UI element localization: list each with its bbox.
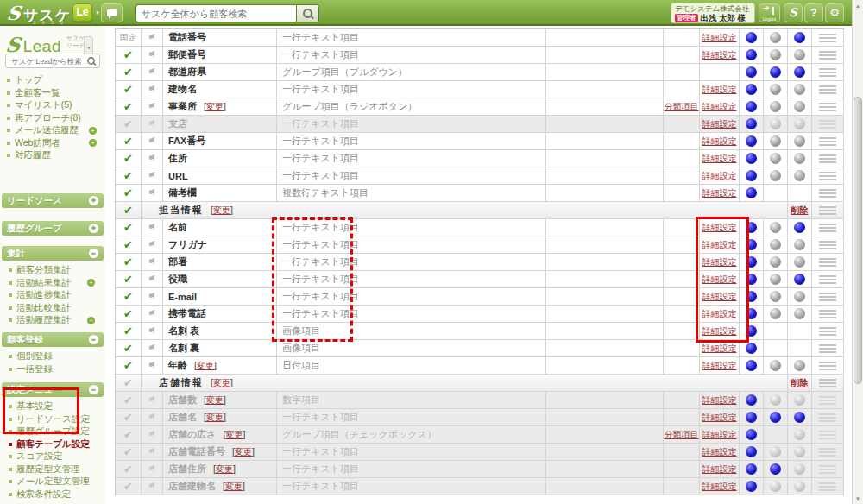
check-icon[interactable]: ✔ [123, 238, 133, 251]
sidebar-item[interactable]: 対応履歴 [0, 149, 105, 162]
detail-settings-link[interactable]: 詳細設定 [702, 463, 737, 476]
status-circle-gray[interactable] [770, 84, 781, 95]
drag-handle-icon[interactable] [819, 241, 836, 249]
detail-settings-link[interactable]: 詳細設定 [702, 343, 737, 355]
status-circle-blue[interactable] [746, 274, 757, 285]
section-toggle-icon[interactable]: + [89, 196, 98, 205]
status-circle-lgray[interactable] [794, 429, 805, 440]
status-circle-gray[interactable] [794, 101, 805, 112]
status-circle-gray[interactable] [770, 222, 781, 233]
sidebar-item[interactable]: 活動結果集計+ [2, 277, 104, 290]
status-circle-blue[interactable] [746, 135, 757, 147]
status-circle-gray[interactable] [770, 239, 781, 250]
status-circle-gray[interactable] [770, 32, 781, 43]
status-circle-lgray[interactable] [770, 481, 781, 492]
sidebar-item[interactable]: 顧客分類集計 [2, 264, 104, 277]
status-circle-gray[interactable] [770, 170, 781, 181]
sidebar-item[interactable]: 顧客テーブル設定 [2, 438, 104, 451]
edition-caret-icon[interactable]: ▼ [95, 10, 100, 16]
check-icon[interactable]: ✔ [123, 376, 133, 389]
delete-link[interactable]: 削除 [791, 377, 809, 389]
detail-settings-link[interactable]: 詳細設定 [702, 446, 737, 458]
sidebar-search-input[interactable] [9, 56, 86, 66]
drag-handle-icon[interactable] [819, 431, 836, 439]
sidebar-item[interactable]: リードソース設定 [2, 413, 104, 426]
sidebar-item[interactable]: 一括登録 [2, 363, 104, 376]
scroll-down-icon[interactable]: ▼ [853, 493, 863, 504]
status-circle-blue[interactable] [746, 481, 757, 492]
status-circle-blue[interactable] [746, 463, 757, 475]
check-icon[interactable]: ✔ [123, 169, 133, 182]
drag-handle-icon[interactable] [819, 103, 836, 111]
status-circle-blue[interactable] [746, 308, 757, 319]
status-circle-gray[interactable] [770, 256, 781, 268]
detail-settings-link[interactable]: 詳細設定 [702, 256, 737, 268]
status-circle-blue[interactable] [794, 412, 805, 423]
drag-handle-icon[interactable] [819, 85, 836, 94]
drag-handle-icon[interactable] [819, 120, 836, 129]
detail-settings-link[interactable]: 詳細設定 [702, 274, 737, 286]
category-link[interactable]: 分類項目 [665, 429, 699, 441]
check-icon[interactable]: ✔ [123, 152, 133, 165]
status-circle-gray[interactable] [794, 170, 805, 181]
drag-handle-icon[interactable] [819, 396, 836, 405]
sidebar-item[interactable]: トップ [0, 74, 105, 87]
status-circle-blue[interactable] [794, 274, 805, 285]
sidebar-item[interactable]: 活動進捗集計 [2, 289, 104, 302]
status-circle-lgray[interactable] [794, 446, 805, 457]
status-circle-blue[interactable] [746, 170, 757, 181]
sidebar-item[interactable]: 履歴定型文管理 [2, 463, 104, 476]
status-circle-lgray[interactable] [794, 481, 805, 492]
check-icon[interactable]: ✔ [123, 428, 133, 441]
change-link[interactable]: 変更 [235, 447, 252, 457]
change-link[interactable]: 変更 [213, 378, 230, 387]
status-circle-blue[interactable] [794, 66, 805, 78]
status-circle-blue[interactable] [746, 101, 757, 112]
check-icon[interactable]: ✔ [123, 445, 133, 458]
drag-handle-icon[interactable] [819, 362, 836, 370]
chat-button[interactable] [101, 3, 123, 22]
sidebar-item[interactable]: 再アプローチ(8) [0, 112, 105, 125]
sidebar-section-header[interactable]: リードソース+ [2, 193, 104, 208]
sidebar-item[interactable]: スコア設定 [2, 450, 104, 463]
status-circle-blue[interactable] [746, 256, 757, 268]
status-circle-gray[interactable] [770, 274, 781, 285]
status-circle-gray[interactable] [770, 153, 781, 164]
drag-handle-icon[interactable] [819, 448, 836, 457]
expand-plus-icon[interactable]: + [87, 279, 95, 287]
status-circle-blue[interactable] [746, 325, 757, 337]
scroll-up-icon[interactable]: ▲ [853, 0, 863, 11]
drag-handle-icon[interactable] [819, 293, 836, 301]
status-circle-blue[interactable] [746, 84, 757, 95]
expand-plus-icon[interactable]: + [87, 317, 95, 324]
drag-handle-icon[interactable] [819, 344, 836, 353]
global-search-button[interactable] [296, 4, 319, 22]
scrollbar-thumb[interactable] [854, 97, 862, 384]
status-circle-blue[interactable] [746, 446, 757, 457]
sidebar-item[interactable]: 活動履歴集計+ [2, 314, 104, 327]
detail-settings-link[interactable]: 詳細設定 [702, 153, 737, 165]
status-circle-gray[interactable] [794, 239, 805, 250]
status-circle-blue[interactable] [746, 239, 757, 250]
section-toggle-icon[interactable]: − [89, 385, 98, 394]
drag-handle-icon[interactable] [819, 68, 836, 77]
detail-settings-link[interactable]: 詳細設定 [702, 308, 737, 320]
detail-settings-link[interactable]: 詳細設定 [702, 360, 737, 372]
status-circle-lgray[interactable] [770, 118, 781, 129]
detail-settings-link[interactable]: 詳細設定 [702, 187, 737, 199]
change-link[interactable]: 変更 [206, 413, 224, 422]
detail-settings-link[interactable]: 詳細設定 [702, 412, 737, 424]
drag-handle-icon[interactable] [819, 51, 836, 60]
status-circle-gray[interactable] [794, 84, 805, 95]
sidebar-item[interactable]: 個別登録 [2, 350, 104, 363]
change-link[interactable]: 変更 [216, 464, 233, 474]
status-circle-blue[interactable] [770, 66, 781, 78]
detail-settings-link[interactable]: 詳細設定 [702, 429, 737, 441]
check-icon[interactable]: ✔ [123, 290, 133, 303]
sidebar-item[interactable]: 履歴グループ設定 [2, 425, 104, 438]
detail-settings-link[interactable]: 詳細設定 [702, 325, 737, 337]
detail-settings-link[interactable]: 詳細設定 [702, 170, 737, 182]
detail-settings-link[interactable]: 詳細設定 [702, 394, 737, 406]
check-icon[interactable]: ✔ [123, 117, 133, 130]
change-link[interactable]: 変更 [197, 361, 214, 370]
